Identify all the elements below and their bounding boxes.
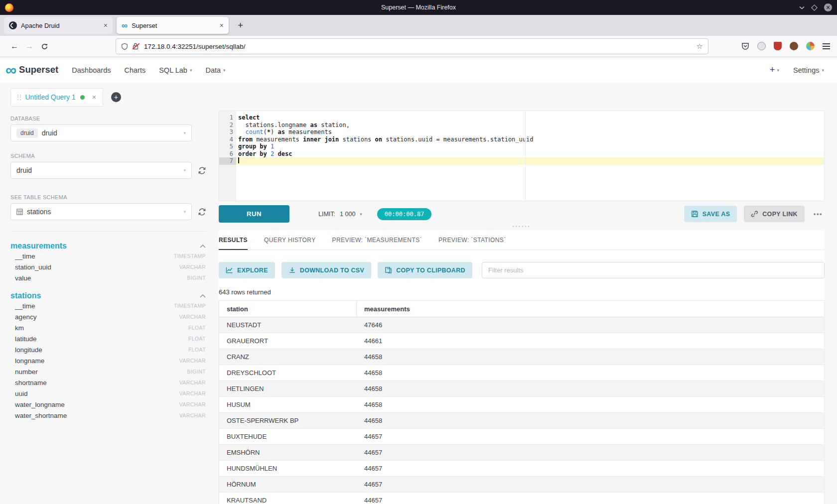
- tracking-shield-icon[interactable]: [121, 43, 128, 50]
- table-section-measurements[interactable]: measurements: [10, 242, 206, 251]
- new-tab-button[interactable]: +: [233, 20, 248, 31]
- new-query-tab-button[interactable]: +: [111, 92, 121, 102]
- copy-clipboard-button[interactable]: COPY TO CLIPBOARD: [378, 262, 472, 278]
- nav-dashboards[interactable]: Dashboards: [72, 66, 111, 74]
- query-tab[interactable]: Untitled Query 1 ×: [10, 88, 103, 107]
- explore-button[interactable]: EXPLORE: [219, 262, 275, 278]
- back-icon[interactable]: ←: [7, 39, 22, 54]
- cell-station: HÖRNUM: [219, 481, 357, 488]
- cell-station: NEUSTADT: [219, 321, 357, 329]
- download-csv-button[interactable]: DOWNLOAD TO CSV: [281, 262, 371, 278]
- reload-icon[interactable]: [37, 39, 52, 54]
- window-title: Superset — Mozilla Firefox: [0, 4, 837, 11]
- table-icon: [16, 209, 23, 215]
- settings-menu[interactable]: Settings▾: [793, 66, 824, 74]
- limit-value: 1 000: [340, 211, 355, 218]
- tab-query-history[interactable]: QUERY HISTORY: [264, 237, 316, 250]
- window-close-icon[interactable]: ✕: [824, 3, 832, 11]
- tab-preview-measurements[interactable]: PREVIEW: `MEASUREMENTS`: [332, 237, 422, 250]
- table-row: DREYSCHLOOT 44658: [219, 365, 824, 381]
- tab-close-icon[interactable]: ×: [220, 22, 224, 29]
- tab-close-icon[interactable]: ×: [104, 22, 108, 29]
- superset-logo-icon: ∞: [5, 63, 16, 77]
- rows-returned-text: 643 rows returned: [219, 288, 825, 296]
- cell-station: BUXTEHUDE: [219, 433, 357, 440]
- browser-tab-label: Superset: [132, 22, 216, 29]
- query-tab-close-icon[interactable]: ×: [92, 93, 96, 101]
- table-row: HÖRNUM 44657: [219, 477, 824, 493]
- chevron-down-icon: ▾: [183, 209, 186, 214]
- ublock-icon[interactable]: [774, 42, 782, 50]
- chevron-up-icon[interactable]: [200, 245, 206, 248]
- chevron-down-icon: ▾: [360, 212, 362, 217]
- browser-tab-apache-druid[interactable]: Apache Druid ×: [4, 17, 113, 34]
- pocket-icon[interactable]: [741, 42, 749, 50]
- superset-header: ∞ Superset Dashboards Charts SQL Lab▾ Da…: [0, 57, 837, 83]
- limit-label: LIMIT:: [318, 211, 335, 218]
- run-button[interactable]: RUN: [219, 205, 289, 223]
- cell-measurements: 44658: [357, 417, 382, 424]
- nav-data[interactable]: Data▾: [205, 66, 225, 74]
- nav-sql-lab[interactable]: SQL Lab▾: [159, 66, 192, 74]
- browser-tab-superset[interactable]: ∞ Superset ×: [117, 17, 229, 34]
- account-icon[interactable]: [757, 42, 766, 50]
- download-icon: [288, 266, 296, 274]
- more-options-button[interactable]: •••: [812, 210, 825, 218]
- database-label: DATABASE: [10, 116, 206, 122]
- table-select[interactable]: stations ▾: [10, 203, 192, 220]
- sidebar-divider: [10, 231, 206, 232]
- table-section-stations[interactable]: stations: [10, 291, 206, 300]
- column-row: km FLOAT: [10, 322, 206, 333]
- chevron-down-icon: ▾: [223, 68, 226, 73]
- browser-tab-label: Apache Druid: [21, 22, 100, 29]
- database-select[interactable]: druid druid ▾: [10, 125, 192, 141]
- database-badge: druid: [16, 128, 38, 138]
- schema-value: druid: [16, 166, 32, 174]
- column-header-station[interactable]: station: [219, 301, 357, 317]
- cell-station: OSTE-SPERRWERK BP: [219, 417, 357, 424]
- copy-link-button[interactable]: COPY LINK: [744, 206, 805, 222]
- save-as-button[interactable]: SAVE AS: [684, 206, 737, 222]
- run-toolbar: RUN LIMIT: 1 000 ▾ 00:00:00.87 SAVE AS: [219, 205, 825, 223]
- column-header-measurements[interactable]: measurements: [357, 305, 410, 313]
- cell-station: CRANZ: [219, 353, 357, 361]
- cell-station: DREYSCHLOOT: [219, 369, 357, 377]
- window-maximize-icon[interactable]: [812, 5, 817, 10]
- editor-code[interactable]: select stations.longname as station, cou…: [236, 111, 824, 201]
- refresh-table-icon[interactable]: [198, 208, 206, 216]
- pane-resize-handle[interactable]: ••••••: [219, 223, 825, 231]
- results-table-header: station measurements: [219, 301, 824, 317]
- cell-measurements: 47646: [357, 321, 382, 329]
- sql-editor[interactable]: 1234567 select stations.longname as stat…: [219, 111, 825, 201]
- privacy-badger-icon[interactable]: [790, 42, 798, 50]
- tab-preview-stations[interactable]: PREVIEW: `STATIONS`: [438, 237, 506, 250]
- results-tabbar: RESULTS QUERY HISTORY PREVIEW: `MEASUREM…: [219, 237, 825, 250]
- forward-icon[interactable]: →: [22, 39, 37, 54]
- table-schema-label: SEE TABLE SCHEMA: [10, 194, 206, 200]
- filter-results-input[interactable]: [482, 262, 825, 278]
- tab-results[interactable]: RESULTS: [219, 237, 248, 250]
- window-minimize-icon[interactable]: [799, 6, 805, 9]
- refresh-schema-icon[interactable]: [198, 166, 206, 175]
- limit-dropdown[interactable]: LIMIT: 1 000 ▾: [318, 211, 362, 218]
- schema-select[interactable]: druid ▾: [10, 162, 192, 179]
- drag-handle-icon[interactable]: [17, 95, 21, 100]
- chevron-down-icon: ▾: [183, 168, 186, 173]
- nav-charts[interactable]: Charts: [124, 66, 145, 74]
- menu-icon[interactable]: [823, 42, 830, 50]
- extension-icon[interactable]: [806, 42, 815, 50]
- table-row: EMSHÖRN 44657: [219, 445, 824, 461]
- results-table-body: NEUSTADT 47646 GRAUERORT 44661 CRANZ 446…: [219, 317, 824, 504]
- table-row: HUNDSMÜHLEN 44657: [219, 461, 824, 477]
- url-field[interactable]: 172.18.0.4:32251/superset/sqllab/ ☆: [116, 38, 708, 54]
- insecure-lock-icon[interactable]: [133, 43, 140, 50]
- new-item-button[interactable]: +▾: [770, 65, 779, 75]
- cell-station: HETLINGEN: [219, 385, 357, 392]
- table-row: NEUSTADT 47646: [219, 317, 824, 333]
- superset-logo[interactable]: ∞ Superset: [5, 63, 58, 77]
- column-list-stations: __time TIMESTAMP agency VARCHAR km FLOAT…: [10, 300, 206, 421]
- copy-icon: [385, 266, 392, 274]
- bookmark-star-icon[interactable]: ☆: [697, 42, 703, 51]
- chevron-up-icon[interactable]: [200, 294, 206, 298]
- cell-measurements: 44658: [357, 369, 382, 377]
